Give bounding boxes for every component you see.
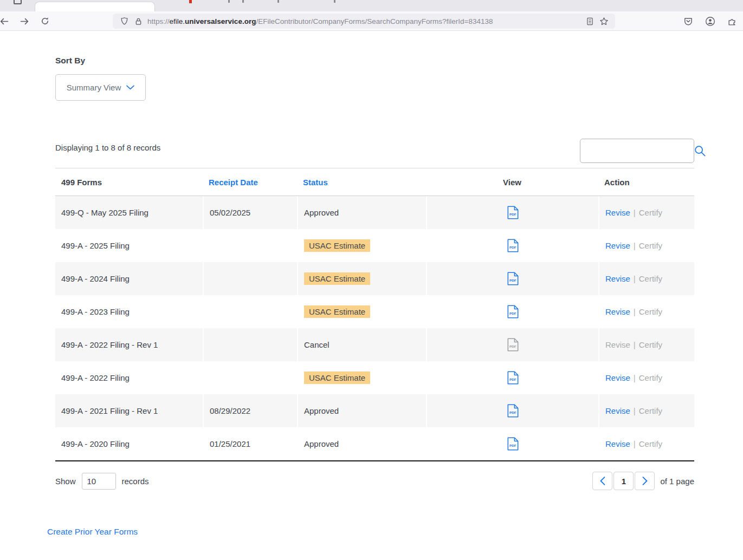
back-button[interactable]: [0, 13, 12, 29]
tab-title-fragment: [242, 0, 244, 3]
browser-tab[interactable]: [35, 2, 155, 11]
extensions-puzzle-icon[interactable]: [725, 14, 739, 28]
certify-link[interactable]: Certify: [639, 307, 662, 316]
action-separator: |: [634, 373, 636, 382]
view-select-value: Summary View: [67, 83, 121, 92]
prev-page-button[interactable]: [592, 472, 612, 490]
action-separator: |: [634, 208, 636, 217]
action-separator: |: [634, 307, 636, 316]
revise-link[interactable]: Revise: [605, 241, 630, 250]
revise-link: Revise: [605, 340, 630, 349]
page-size-input[interactable]: [82, 473, 116, 490]
account-icon[interactable]: [703, 14, 717, 28]
pdf-icon[interactable]: PDF: [507, 305, 519, 318]
header-receipt-date[interactable]: Receipt Date: [203, 178, 297, 187]
receipt-date: [203, 262, 297, 295]
forward-button[interactable]: [16, 13, 33, 29]
table-row: 499-A - 2025 Filing USAC Estimate PDF Re…: [55, 229, 694, 262]
svg-text:PDF: PDF: [509, 344, 516, 348]
revise-link[interactable]: Revise: [605, 373, 630, 382]
records-summary: Displaying 1 to 8 of 8 records: [55, 139, 160, 152]
revise-link[interactable]: Revise: [605, 274, 630, 283]
certify-link[interactable]: Certify: [639, 208, 662, 217]
certify-link[interactable]: Certify: [639, 274, 662, 283]
show-label: Show: [55, 477, 76, 486]
pdf-icon: PDF: [507, 338, 519, 351]
next-page-button[interactable]: [635, 472, 655, 490]
browser-chrome: https://efile.universalservice.org/EFile…: [0, 0, 743, 31]
table-row: 499-A - 2022 Filing - Rev 1 Cancel PDF R…: [55, 328, 694, 361]
search-icon[interactable]: [694, 145, 706, 157]
svg-text:PDF: PDF: [509, 212, 516, 216]
chevron-down-icon: [126, 85, 134, 90]
action-separator: |: [634, 241, 636, 250]
header-499-forms: 499 Forms: [55, 178, 203, 187]
form-name: 499-Q - May 2025 Filing: [55, 196, 203, 229]
revise-link[interactable]: Revise: [605, 307, 630, 316]
status-badge: USAC Estimate: [304, 239, 370, 252]
search-input[interactable]: [586, 146, 694, 155]
tab-title-fragment: [277, 0, 279, 3]
url-subdomain: efile.: [170, 17, 185, 25]
form-name: 499-A - 2025 Filing: [55, 229, 203, 262]
tab-title-fragment: [334, 0, 335, 3]
svg-text:PDF: PDF: [509, 377, 516, 381]
pdf-icon[interactable]: PDF: [507, 206, 519, 219]
tab-title-fragment: [228, 0, 230, 3]
certify-link[interactable]: Certify: [639, 373, 662, 382]
form-name: 499-A - 2024 Filing: [55, 262, 203, 295]
status-text: Cancel: [304, 340, 329, 349]
svg-text:PDF: PDF: [509, 444, 516, 447]
action-separator: |: [634, 340, 636, 349]
revise-link[interactable]: Revise: [605, 439, 630, 448]
reader-mode-icon[interactable]: [583, 15, 597, 28]
certify-link: Certify: [639, 340, 662, 349]
pdf-icon[interactable]: PDF: [507, 239, 519, 252]
status-text: Approved: [304, 208, 339, 217]
table-row: 499-A - 2020 Filing 01/25/2021 Approved …: [55, 427, 694, 460]
url-path: /EFileContributor/CompanyForms/SearchCom…: [256, 17, 493, 25]
table-row: 499-A - 2021 Filing - Rev 1 08/29/2022 A…: [55, 394, 694, 427]
certify-link[interactable]: Certify: [639, 439, 662, 448]
table-row: 499-Q - May 2025 Filing 05/02/2025 Appro…: [55, 196, 694, 229]
current-page-box[interactable]: 1: [613, 472, 634, 490]
bookmark-star-icon[interactable]: [597, 15, 611, 28]
header-action: Action: [598, 178, 694, 187]
revise-link[interactable]: Revise: [605, 208, 630, 217]
action-separator: |: [634, 406, 636, 415]
revise-link[interactable]: Revise: [605, 406, 630, 415]
chevron-right-icon: [642, 477, 648, 485]
form-name: 499-A - 2020 Filing: [55, 427, 203, 460]
page-info: of 1 page: [660, 477, 694, 486]
pdf-icon[interactable]: PDF: [507, 371, 519, 385]
receipt-date: [203, 229, 297, 262]
reload-button[interactable]: [37, 13, 53, 29]
pdf-icon[interactable]: PDF: [507, 437, 519, 451]
status-text: Approved: [304, 439, 339, 448]
certify-link[interactable]: Certify: [639, 241, 662, 250]
pdf-icon[interactable]: PDF: [507, 272, 519, 285]
svg-text:PDF: PDF: [509, 245, 516, 249]
url-bar[interactable]: https://efile.universalservice.org/EFile…: [113, 14, 615, 29]
pdf-icon[interactable]: PDF: [507, 404, 519, 418]
certify-link[interactable]: Certify: [639, 406, 662, 415]
status-text: Approved: [304, 406, 339, 415]
sort-by-label: Sort By: [55, 56, 694, 66]
lock-icon[interactable]: [131, 15, 145, 28]
view-select-dropdown[interactable]: Summary View: [55, 74, 146, 101]
status-badge: USAC Estimate: [304, 305, 370, 318]
action-separator: |: [634, 439, 636, 448]
pocket-badge-icon[interactable]: [681, 14, 695, 28]
table-search-box: [580, 139, 694, 163]
table-row: 499-A - 2024 Filing USAC Estimate PDF Re…: [55, 262, 694, 295]
form-name: 499-A - 2021 Filing - Rev 1: [55, 394, 203, 427]
header-view: View: [426, 178, 598, 187]
action-separator: |: [634, 274, 636, 283]
url-text: https://efile.universalservice.org/EFile…: [147, 17, 583, 25]
form-name: 499-A - 2022 Filing - Rev 1: [55, 328, 203, 361]
table-row: 499-A - 2023 Filing USAC Estimate PDF Re…: [55, 295, 694, 328]
create-prior-year-forms-link[interactable]: Create Prior Year Forms: [47, 527, 138, 537]
svg-text:PDF: PDF: [509, 411, 516, 414]
tracking-shield-icon[interactable]: [117, 15, 131, 28]
header-status[interactable]: Status: [297, 178, 426, 187]
